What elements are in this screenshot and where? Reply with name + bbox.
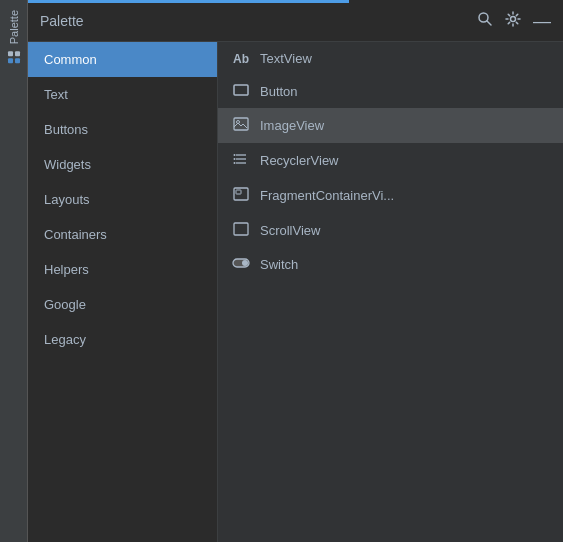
sidebar-item-helpers[interactable]: Helpers (28, 252, 217, 287)
button-label: Button (260, 84, 298, 99)
vertical-tab[interactable]: Palette (0, 0, 28, 542)
svg-rect-17 (236, 190, 241, 194)
svg-point-20 (242, 260, 248, 266)
progress-bar-container (28, 0, 563, 3)
svg-rect-8 (234, 118, 248, 130)
svg-rect-1 (8, 58, 13, 63)
imageview-label: ImageView (260, 118, 324, 133)
svg-rect-7 (234, 85, 248, 95)
palette-item-recyclerview[interactable]: RecyclerView (218, 143, 563, 178)
header-icons: — (477, 11, 551, 31)
palette-title: Palette (40, 13, 84, 29)
switch-icon (232, 257, 250, 272)
svg-rect-0 (15, 58, 20, 63)
svg-rect-18 (234, 223, 248, 235)
svg-point-15 (234, 162, 236, 164)
vertical-tab-label: Palette (3, 0, 25, 74)
fragmentcontainerview-icon (232, 187, 250, 204)
sidebar-item-buttons[interactable]: Buttons (28, 112, 217, 147)
switch-label: Switch (260, 257, 298, 272)
sidebar-item-text[interactable]: Text (28, 77, 217, 112)
recyclerview-label: RecyclerView (260, 153, 339, 168)
palette-item-switch[interactable]: Switch (218, 248, 563, 281)
palette-tab-icon (7, 50, 21, 64)
svg-point-14 (234, 158, 236, 160)
textview-label: TextView (260, 51, 312, 66)
palette-item-fragmentcontainerview[interactable]: FragmentContainerVi... (218, 178, 563, 213)
sidebar-item-legacy[interactable]: Legacy (28, 322, 217, 357)
minimize-icon[interactable]: — (533, 12, 551, 30)
scrollview-icon (232, 222, 250, 239)
svg-rect-3 (8, 51, 13, 56)
palette-item-scrollview[interactable]: ScrollView (218, 213, 563, 248)
sidebar-item-google[interactable]: Google (28, 287, 217, 322)
imageview-icon (232, 117, 250, 134)
scrollview-label: ScrollView (260, 223, 320, 238)
progress-bar (28, 0, 349, 3)
sidebar-item-common[interactable]: Common (28, 42, 217, 77)
palette-item-imageview[interactable]: ImageView (218, 108, 563, 143)
svg-point-6 (511, 16, 516, 21)
palette-items-panel: Ab TextView Button (218, 42, 563, 542)
palette-header: Palette — (28, 0, 563, 42)
sidebar-item-containers[interactable]: Containers (28, 217, 217, 252)
svg-point-13 (234, 154, 236, 156)
sidebar-item-layouts[interactable]: Layouts (28, 182, 217, 217)
palette-item-textview[interactable]: Ab TextView (218, 42, 563, 75)
search-icon[interactable] (477, 11, 493, 31)
category-sidebar: Common Text Buttons Widgets Layouts Cont… (28, 42, 218, 542)
svg-rect-2 (15, 51, 20, 56)
palette-item-button[interactable]: Button (218, 75, 563, 108)
textview-icon: Ab (232, 52, 250, 66)
fragmentcontainerview-label: FragmentContainerVi... (260, 188, 394, 203)
sidebar-item-widgets[interactable]: Widgets (28, 147, 217, 182)
palette-content: Common Text Buttons Widgets Layouts Cont… (28, 42, 563, 542)
button-icon (232, 84, 250, 99)
settings-icon[interactable] (505, 11, 521, 31)
recyclerview-icon (232, 152, 250, 169)
svg-line-5 (487, 21, 491, 25)
